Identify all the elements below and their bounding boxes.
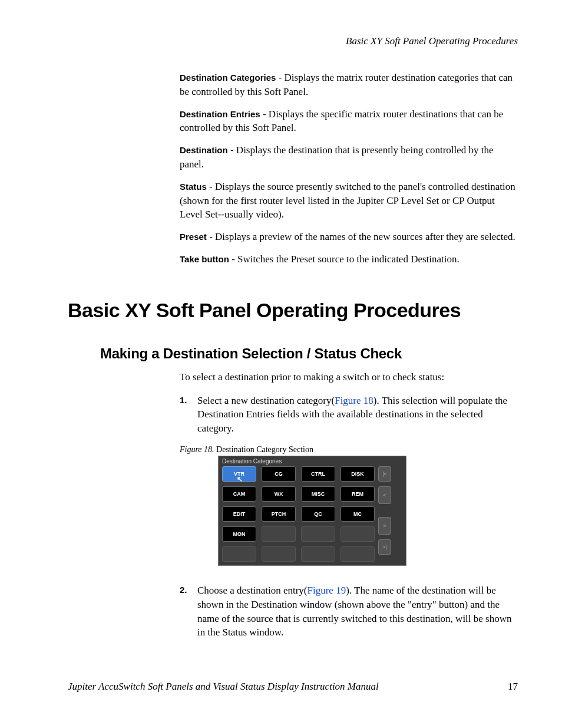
category-button-empty[interactable] [262, 526, 296, 542]
category-button-cg[interactable]: CG [262, 466, 296, 482]
term: Destination Entries [180, 109, 260, 119]
desc: - Displays a preview of the names of the… [207, 231, 515, 242]
category-button-cam[interactable]: CAM [222, 486, 256, 502]
category-grid: VTR↖ CG CTRL DISK CAM WX MISC REM EDIT P… [222, 466, 375, 562]
category-button-ptch[interactable]: PTCH [262, 506, 296, 522]
category-button-wx[interactable]: WX [262, 486, 296, 502]
definition-dest-entries: Destination Entries - Displays the speci… [180, 107, 518, 136]
running-header: Basic XY Soft Panel Operating Procedures [68, 35, 518, 47]
page-number: 17 [508, 681, 518, 693]
term: Destination [180, 145, 228, 155]
category-button-vtr[interactable]: VTR↖ [222, 466, 256, 482]
definition-destination: Destination - Displays the destination t… [180, 143, 518, 172]
step-number: 2. [180, 584, 197, 640]
figure-caption: Figure 18. Destination Category Section [180, 445, 518, 454]
definition-dest-categories: Destination Categories - Displays the ma… [180, 71, 518, 99]
figure-link[interactable]: Figure 19 [308, 585, 346, 596]
figure-title: Destination Category Section [216, 445, 313, 454]
panel-title: Destination Categories [222, 458, 402, 465]
figure-label: Figure 18. [180, 445, 216, 454]
category-button-disk[interactable]: DISK [340, 466, 375, 482]
category-button-ctrl[interactable]: CTRL [301, 466, 335, 482]
category-button-empty[interactable] [301, 526, 335, 542]
category-button-empty[interactable] [340, 546, 375, 562]
step-text: Choose a destination entry(Figure 19). T… [197, 584, 518, 640]
category-button-edit[interactable]: EDIT [222, 506, 256, 522]
desc: - Displays the source presently switched… [180, 181, 515, 220]
manual-title: Jupiter AccuSwitch Soft Panels and Visua… [68, 681, 379, 693]
category-button-qc[interactable]: QC [301, 506, 335, 522]
category-button-empty[interactable] [262, 546, 296, 562]
desc: - Switches the Preset source to the indi… [229, 253, 459, 265]
definition-preset: Preset - Displays a preview of the names… [180, 230, 518, 244]
page-footer: Jupiter AccuSwitch Soft Panels and Visua… [68, 681, 518, 693]
subsection-heading: Making a Destination Selection / Status … [100, 345, 518, 362]
destination-categories-panel: Destination Categories VTR↖ CG CTRL DISK… [218, 456, 406, 566]
term: Preset [180, 232, 207, 242]
nav-last-button[interactable]: >| [378, 539, 391, 555]
step-text: Select a new destination category(Figure… [197, 394, 518, 436]
category-button-mon[interactable]: MON [222, 526, 256, 542]
nav-prev-button[interactable]: < [378, 486, 391, 504]
intro-text: To select a destination prior to making … [180, 370, 518, 384]
category-button-misc[interactable]: MISC [301, 486, 335, 502]
category-button-empty[interactable] [340, 526, 375, 542]
step-number: 1. [180, 394, 197, 436]
step-2: 2. Choose a destination entry(Figure 19)… [180, 584, 518, 640]
term: Destination Categories [180, 73, 276, 83]
category-button-empty[interactable] [301, 546, 335, 562]
category-button-empty[interactable] [222, 546, 256, 562]
nav-next-button[interactable]: > [378, 517, 391, 535]
nav-spacer [378, 509, 391, 512]
figure-link[interactable]: Figure 18 [335, 395, 373, 406]
nav-column: |< < > >| [378, 466, 391, 562]
panel-body: VTR↖ CG CTRL DISK CAM WX MISC REM EDIT P… [222, 466, 402, 562]
term: Status [180, 182, 207, 192]
step-1: 1. Select a new destination category(Fig… [180, 394, 518, 436]
definition-status: Status - Displays the source presently s… [180, 180, 518, 222]
definition-take-button: Take button - Switches the Preset source… [180, 252, 518, 266]
category-button-rem[interactable]: REM [340, 486, 375, 502]
figure-18: Destination Categories VTR↖ CG CTRL DISK… [218, 456, 518, 566]
category-button-mc[interactable]: MC [340, 506, 375, 522]
term: Take button [180, 254, 229, 264]
nav-first-button[interactable]: |< [378, 466, 391, 482]
section-heading: Basic XY Soft Panel Operating Procedures [68, 299, 518, 322]
